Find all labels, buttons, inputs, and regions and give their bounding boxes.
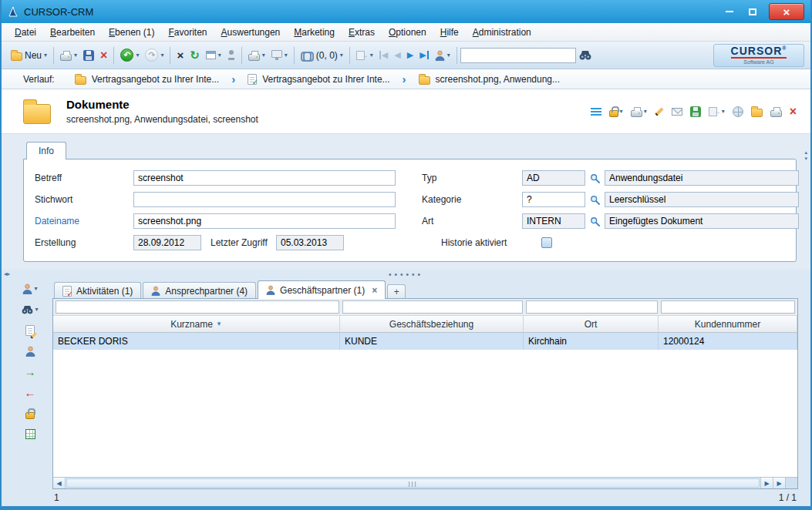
menu-item-administration[interactable]: Administration xyxy=(466,25,538,40)
filter-geschaeftsbeziehung-input[interactable] xyxy=(342,300,523,314)
stichwort-input[interactable] xyxy=(133,192,396,207)
column-header-geschaeftsbeziehung[interactable]: Geschäftsbeziehung xyxy=(340,316,524,333)
menu-item-favoriten[interactable]: Favoriten xyxy=(161,25,214,40)
tab-geschaeftspartner[interactable]: Geschäftspartner (1) × xyxy=(258,280,386,299)
header-export-button[interactable]: ▾ xyxy=(709,107,725,116)
archive-button[interactable] xyxy=(751,106,763,117)
filter-kundennummer-input[interactable] xyxy=(661,300,795,314)
delete-button[interactable]: × xyxy=(97,45,110,66)
print-button[interactable]: ▾ xyxy=(57,45,80,66)
note-icon xyxy=(25,325,35,336)
breadcrumb-item-3[interactable]: screenshot.png, Anwendung... xyxy=(416,72,563,86)
link-button[interactable]: (0, 0) ▾ xyxy=(298,45,346,66)
list-button[interactable] xyxy=(591,108,601,116)
assign-button[interactable]: → xyxy=(25,364,36,379)
typ-code-input[interactable] xyxy=(522,170,585,186)
excel-export-button[interactable] xyxy=(25,427,35,441)
dateiname-label[interactable]: Dateiname xyxy=(35,216,133,226)
breadcrumb-item-1[interactable]: Vertragsangebot zu Ihrer Inte... xyxy=(72,72,222,86)
table-row[interactable]: BECKER DORIS KUNDE Kirchhain 12000124 xyxy=(53,333,797,350)
splitter-grip[interactable]: •••••• xyxy=(389,270,423,279)
art-lookup-button[interactable] xyxy=(590,216,600,226)
nav-prev-button[interactable]: ◀ xyxy=(391,45,403,66)
maximize-button[interactable] xyxy=(741,3,764,20)
menu-item-extras[interactable]: Extras xyxy=(342,25,382,40)
new-button[interactable]: Neu ▾ xyxy=(8,45,50,66)
header-save-button[interactable] xyxy=(690,106,701,117)
splitter-collapse-handle[interactable]: ◂▸ xyxy=(4,270,10,277)
tab-aktivitaeten[interactable]: Aktivitäten (1) xyxy=(54,282,141,299)
historie-checkbox[interactable] xyxy=(541,237,552,248)
menu-item-auswertungen[interactable]: Auswertungen xyxy=(214,25,288,40)
page-subtitle: screenshot.png, Anwendungsdatei, screens… xyxy=(66,114,258,125)
add-tab-button[interactable]: + xyxy=(387,284,406,299)
kategorie-lookup-button[interactable] xyxy=(590,195,600,205)
print-copy-button[interactable] xyxy=(770,106,782,117)
quick-print-button[interactable]: ▾ xyxy=(245,45,268,66)
collapse-handle[interactable]: ▴▾ xyxy=(804,149,807,163)
lock-button[interactable]: ▾ xyxy=(609,106,623,117)
lock-record-button[interactable] xyxy=(25,406,35,421)
scrollbar-track[interactable]: ||| xyxy=(66,478,760,488)
note-button[interactable] xyxy=(25,323,35,337)
stamp-button[interactable] xyxy=(224,45,238,66)
form-row-right: Kategorie xyxy=(422,192,799,207)
header-print-button[interactable]: ▾ xyxy=(631,106,647,117)
menu-item-hilfe[interactable]: Hilfe xyxy=(433,25,466,40)
chevron-down-icon: ▾ xyxy=(447,52,450,59)
filter-kurzname-input[interactable] xyxy=(56,300,339,314)
scrollbar-grip[interactable]: ||| xyxy=(408,480,417,487)
dateiname-input[interactable] xyxy=(133,213,396,229)
edit-button[interactable] xyxy=(655,110,664,113)
preview-button[interactable]: ▾ xyxy=(268,45,291,66)
back-button[interactable]: ↶▾ xyxy=(117,45,142,66)
unassign-button[interactable]: ← xyxy=(25,385,36,400)
nav-first-button[interactable]: ◀ xyxy=(376,45,391,66)
kategorie-code-input[interactable] xyxy=(522,192,585,207)
menu-item-optionen[interactable]: Optionen xyxy=(382,25,433,40)
art-code-input[interactable] xyxy=(522,213,585,229)
filter-ort-input[interactable] xyxy=(526,300,658,314)
scroll-left-button[interactable]: ◀ xyxy=(53,478,66,488)
typ-lookup-button[interactable] xyxy=(590,173,600,183)
close-tab-icon[interactable]: × xyxy=(372,285,377,296)
mail-button[interactable] xyxy=(672,108,682,116)
toolbar-separator xyxy=(349,47,350,64)
floppy-icon xyxy=(83,50,94,61)
horizontal-splitter[interactable]: ◂▸ •••••• xyxy=(2,270,810,279)
tab-ansprechpartner[interactable]: Ansprechpartner (4) xyxy=(143,282,256,299)
user-button[interactable]: ▾ xyxy=(432,45,453,66)
betreff-input[interactable] xyxy=(133,170,396,186)
refresh-button[interactable]: ↻ xyxy=(187,45,203,66)
scroll-page-right-button[interactable]: ▶ xyxy=(773,478,785,488)
column-header-kundennummer[interactable]: Kundennummer xyxy=(659,316,797,333)
scroll-right-button[interactable]: ▶ xyxy=(760,478,773,488)
person-button[interactable] xyxy=(25,344,35,358)
web-button[interactable] xyxy=(733,106,743,117)
breadcrumb-item-2[interactable]: Vertragsangebot zu Ihrer Inte... xyxy=(244,72,393,86)
menu-item-datei[interactable]: Datei xyxy=(8,25,43,40)
export-button[interactable]: ▾ xyxy=(353,45,376,66)
view-button[interactable]: ▾ xyxy=(203,45,224,66)
column-header-kurzname[interactable]: Kurzname ▼ xyxy=(53,316,340,333)
tab-info[interactable]: Info xyxy=(26,142,66,159)
menu-item-ebenen[interactable]: Ebenen (1) xyxy=(102,25,161,40)
search-input[interactable] xyxy=(460,48,576,63)
save-button[interactable] xyxy=(80,45,97,66)
forward-button[interactable]: ↷▾ xyxy=(142,45,167,66)
kategorie-value-field xyxy=(605,192,799,207)
column-header-ort[interactable]: Ort xyxy=(524,316,659,333)
search-menu-button[interactable]: ▾ xyxy=(22,302,38,317)
horizontal-scrollbar[interactable]: ◀ ||| ▶ ▶ xyxy=(53,477,797,488)
header-delete-button[interactable]: × xyxy=(790,106,797,118)
nav-last-button[interactable]: ▶ xyxy=(416,45,431,66)
nav-next-button[interactable]: ▶ xyxy=(404,45,416,66)
minimize-button[interactable] xyxy=(718,3,741,20)
chevron-down-icon: ▾ xyxy=(136,52,139,59)
menu-item-marketing[interactable]: Marketing xyxy=(287,25,342,40)
contact-menu-button[interactable]: ▾ xyxy=(22,281,37,296)
find-button[interactable] xyxy=(576,45,595,66)
close-button[interactable]: × xyxy=(769,3,804,20)
menu-item-bearbeiten[interactable]: Bearbeiten xyxy=(43,25,102,40)
close-record-button[interactable]: × xyxy=(174,45,187,66)
